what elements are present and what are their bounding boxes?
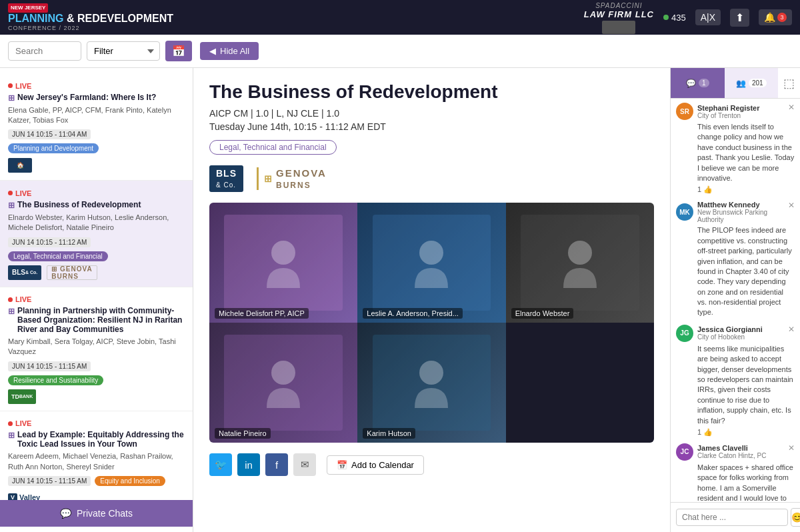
td-logo: TDBANK xyxy=(8,389,36,404)
chat-bubble-icon: 💬 xyxy=(60,508,71,519)
notification-badge: 3 xyxy=(777,13,787,22)
session-title-4: ⊞ Lead by Example: Equitably Addressing … xyxy=(8,430,185,449)
session-credits: AICP CM | 1.0 | L, NJ CLE | 1.0 xyxy=(209,108,654,119)
session-logos-4: V Valley xyxy=(8,490,185,500)
session-icon-3: ⊞ xyxy=(8,307,15,316)
chat-input[interactable] xyxy=(676,509,788,526)
msg-org-3: City of Hoboken xyxy=(697,333,763,341)
session-card-1[interactable]: LIVE ⊞ New Jersey's Farmland: Where Is I… xyxy=(0,73,193,181)
chat-messages: ✕ SR Stephani Register City of Trenton T… xyxy=(671,99,800,502)
linkedin-button[interactable]: in xyxy=(237,453,260,476)
sponsor-sub: LAW FIRM LLC xyxy=(584,9,654,19)
video-cell-2: Leslie A. Anderson, Presid... xyxy=(357,203,505,323)
emoji-button[interactable]: 😊 xyxy=(791,508,800,527)
chat-panel: 💬 1 👥 201 ⬚ ✕ SR Stephani Register City … xyxy=(670,68,800,532)
expand-panel-button[interactable]: ⬚ xyxy=(778,68,800,98)
content-area: The Business of Redevelopment AICP CM | … xyxy=(193,68,670,532)
svg-point-0 xyxy=(271,241,295,265)
live-badge-3: LIVE xyxy=(8,295,31,303)
msg-org-2: New Brunswick Parking Authority xyxy=(697,209,795,223)
person-silhouette-2 xyxy=(411,238,451,288)
session-time-4: JUN 14 10:15 - 11:15 AM xyxy=(8,476,91,486)
session-logos-3: TDBANK xyxy=(8,389,185,404)
live-badge-4: LIVE xyxy=(8,419,31,427)
facebook-button[interactable]: f xyxy=(265,453,288,476)
online-dot xyxy=(663,15,669,20)
session-card-2[interactable]: LIVE ⊞ The Business of Redevelopment Eln… xyxy=(0,181,193,287)
session-logos-2: BLS& Co. ⊞ GENOVABURNS xyxy=(8,265,185,280)
search-input[interactable] xyxy=(8,41,81,61)
person-silhouette-4 xyxy=(263,358,303,408)
bell-icon: 🔔 xyxy=(764,12,775,23)
chat-count: 1 xyxy=(699,79,709,87)
live-dot-3 xyxy=(8,297,13,302)
video-label-5: Karim Hutson xyxy=(363,428,415,439)
close-message-2[interactable]: ✕ xyxy=(788,201,795,210)
tab-people[interactable]: 👥 201 xyxy=(725,68,779,98)
avatar-sr: SR xyxy=(676,103,693,120)
genova-logo: ⊞ GENOVABURNS xyxy=(47,265,97,280)
email-button[interactable]: ✉ xyxy=(293,453,316,476)
person-1 xyxy=(209,203,357,323)
live-badge-2: LIVE xyxy=(8,189,31,197)
session-speakers-3: Mary Kimball, Sera Tolgay, AICP, Steve J… xyxy=(8,337,185,357)
msg-name-4: James Clavelli xyxy=(697,444,766,452)
sponsor-name: SPADACCINI xyxy=(595,2,642,9)
video-label-1: Michele Delisfort PP, AICP xyxy=(215,308,309,319)
filter-select[interactable]: Filter xyxy=(87,41,160,61)
calendar-btn-label: Add to Calendar xyxy=(351,460,414,470)
video-label-4: Natalie Pineiro xyxy=(215,428,271,439)
video-cell-1: Michele Delisfort PP, AICP xyxy=(209,203,357,323)
conference-subtitle: CONFERENCE / 2022 xyxy=(8,25,80,31)
upload-button[interactable]: ⬆ xyxy=(730,9,749,27)
msg-header-1: SR Stephani Register City of Trenton xyxy=(676,103,795,120)
bls-logo: BLS& Co. xyxy=(8,265,41,280)
msg-text-3: It seems like municipalities are being a… xyxy=(676,344,795,426)
private-chats-bar[interactable]: 💬 Private Chats xyxy=(0,500,193,527)
translate-icon: A|X xyxy=(701,12,715,23)
online-count: 435 xyxy=(671,13,686,23)
notification-button[interactable]: 🔔 3 xyxy=(759,9,792,25)
logo-area: NEW JERSEY PLANNING & REDEVELOPMENT CONF… xyxy=(8,3,173,31)
tab-chat[interactable]: 💬 1 xyxy=(671,68,725,98)
session-tag-2: Legal, Technical and Financial xyxy=(8,251,108,261)
video-cell-4: Natalie Pineiro xyxy=(209,323,357,443)
video-cell-5: Karim Hutson xyxy=(357,323,505,443)
translate-button[interactable]: A|X xyxy=(695,9,721,25)
hide-all-button[interactable]: ◀ Hide All xyxy=(200,42,259,60)
msg-org-1: City of Trenton xyxy=(697,112,760,119)
session-datetime: Tuesday June 14th, 10:15 - 11:12 AM EDT xyxy=(209,121,654,132)
session-icon-2: ⊞ xyxy=(8,201,15,210)
toolbar: Filter 📅 ◀ Hide All xyxy=(0,35,800,68)
add-to-calendar-button[interactable]: 📅 Add to Calendar xyxy=(327,455,424,475)
close-message-1[interactable]: ✕ xyxy=(788,103,795,112)
person-2 xyxy=(357,203,505,323)
chat-message-1: ✕ SR Stephani Register City of Trenton T… xyxy=(676,103,795,194)
msg-text-2: The PILOP fees indeed are competitive vs… xyxy=(676,225,795,318)
farmland-logo: 🏠 xyxy=(8,157,32,173)
conference-title: PLANNING & REDEVELOPMENT xyxy=(8,13,173,25)
main-genova-logo: ⊞ GENOVABURNS xyxy=(257,167,327,190)
chat-input-area: 😊 ➤ xyxy=(671,502,800,532)
twitter-button[interactable]: 🐦 xyxy=(209,453,232,476)
msg-name-1: Stephani Register xyxy=(697,104,760,112)
svg-point-4 xyxy=(419,361,443,385)
calendar-icon-button[interactable]: 📅 xyxy=(165,41,192,61)
video-label-3: Elnardo Webster xyxy=(511,308,574,319)
main-layout: LIVE ⊞ New Jersey's Farmland: Where Is I… xyxy=(0,68,800,532)
nj-badge: NEW JERSEY xyxy=(8,3,48,13)
online-count-area: 435 xyxy=(663,13,686,23)
person-3 xyxy=(506,203,654,323)
avatar-jg: JG xyxy=(676,325,693,342)
session-meta-1: JUN 14 10:15 - 11:04 AM Planning and Dev… xyxy=(8,129,185,153)
session-speakers-2: Elnardo Webster, Karim Hutson, Leslie An… xyxy=(8,213,185,233)
session-card-3[interactable]: LIVE ⊞ Planning in Partnership with Comm… xyxy=(0,287,193,411)
chat-tab-icon: 💬 xyxy=(686,79,696,88)
close-message-3[interactable]: ✕ xyxy=(788,325,795,334)
session-card-4[interactable]: LIVE ⊞ Lead by Example: Equitably Addres… xyxy=(0,411,193,500)
session-main-tag: Legal, Technical and Financial xyxy=(209,140,337,155)
msg-name-3: Jessica Giorgianni xyxy=(697,325,763,333)
close-message-4[interactable]: ✕ xyxy=(788,443,795,453)
valley-logo: V Valley xyxy=(8,490,40,500)
person-4 xyxy=(209,323,357,443)
